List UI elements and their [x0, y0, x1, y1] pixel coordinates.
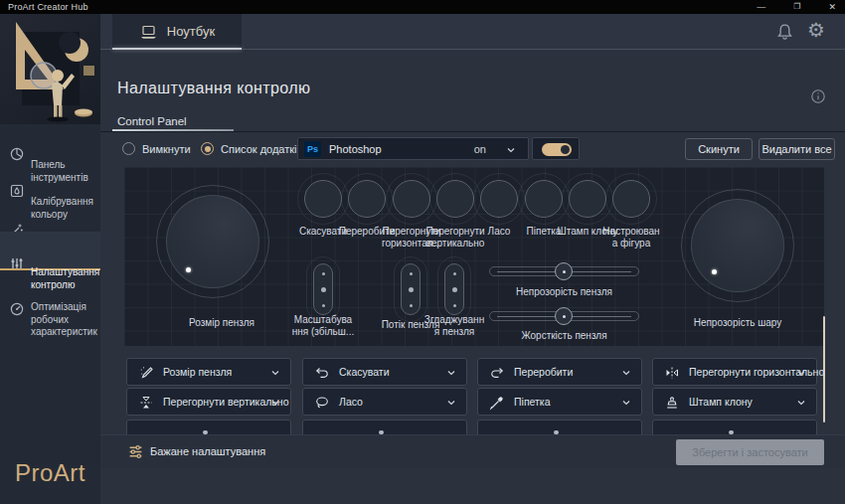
assign-select-value: Піпетка [514, 396, 551, 408]
assign-select-flip-vertical[interactable]: Перегорнути вертикально [126, 388, 291, 416]
wand-icon [9, 209, 25, 225]
page-title: Налаштування контролю [117, 80, 310, 97]
control-settings-icon [9, 243, 25, 258]
minimize-icon[interactable]: — [754, 0, 768, 14]
sidebar-item-performance[interactable]: Оптимізація робочих характеристик [0, 274, 100, 320]
settings-gear-icon[interactable]: ⚙ [807, 20, 825, 40]
sidebar-item-worksmart[interactable]: WorkSmart [0, 207, 100, 229]
right-dial-label: Непрозорість шару [678, 317, 797, 329]
hslider-brush-opacity-handle[interactable] [555, 262, 573, 280]
clone-stamp-icon [664, 395, 680, 411]
color-calibration-icon [9, 170, 25, 186]
left-dial-face [166, 195, 259, 288]
radio-app-list-label: Список додатків [221, 143, 302, 155]
active-tab-underline [112, 48, 242, 50]
window-title: ProArt Creator Hub [8, 2, 88, 12]
dial-vslider-zoom[interactable] [306, 256, 340, 322]
tab-control-panel[interactable]: Control Panel [117, 115, 187, 127]
hslider-label: Жорсткість пензля [489, 330, 639, 342]
laptop-icon [139, 24, 158, 40]
chevron-down-icon [621, 398, 631, 408]
app-select-value: Photoshop [329, 143, 382, 155]
assign-select-lasso[interactable]: Ласо [302, 388, 467, 416]
chevron-down-icon [506, 145, 516, 155]
chevron-down-icon [270, 368, 280, 378]
left-dial-label: Розмір пензля [162, 317, 281, 329]
right-dial-indicator [712, 269, 717, 274]
sidebar-item-dashboard[interactable]: Панель інструментів [0, 128, 100, 162]
dial-mapping-panel: Розмір пензля Скасувати Переробити Перег… [124, 167, 824, 346]
vslider-label: Згладжуванн я пензля [416, 314, 493, 337]
sidebar-item-control-settings[interactable]: Налаштування контролю [0, 232, 100, 270]
flip-vertical-icon [138, 395, 154, 411]
proart-artwork [0, 14, 100, 124]
undo-icon [314, 365, 330, 381]
performance-icon [9, 288, 25, 304]
chevron-down-icon [446, 368, 456, 378]
sidebar-item-color-calibration[interactable]: Калібрування кольору [0, 165, 100, 199]
main-area: Ноутбук ⚙ Налаштування контролю Control … [100, 14, 845, 504]
assign-select-value: Скасувати [339, 366, 390, 378]
assign-select-eyedropper[interactable]: Піпетка [477, 388, 642, 416]
info-icon[interactable] [810, 88, 826, 104]
delete-all-button[interactable]: Видалити все [759, 138, 835, 160]
brush-icon [138, 365, 154, 381]
chevron-down-icon [796, 368, 806, 378]
dial-button-custom-shape[interactable] [605, 173, 657, 225]
photoshop-icon: Ps [304, 141, 321, 157]
radio-disable-label: Вимкнути [142, 143, 191, 155]
toggle-on-pill [542, 143, 572, 156]
device-tabbar: Ноутбук ⚙ [100, 14, 845, 50]
preferences-label: Бажане налаштування [150, 445, 265, 457]
hslider-brush-hardness-handle[interactable] [555, 307, 573, 325]
dashboard-icon [9, 133, 25, 149]
footer-bar: Бажане налаштування Зберегти і застосува… [100, 434, 845, 468]
sidebar-item-label: Оптимізація робочих характеристик [31, 299, 100, 339]
radio-app-list[interactable] [201, 142, 214, 155]
tab-laptop[interactable]: Ноутбук [112, 14, 242, 49]
proart-logo: ProArt [15, 459, 85, 487]
sidebar: Панель інструментів Калібрування кольору… [0, 14, 100, 504]
dial-vslider-brush-flow[interactable] [394, 256, 427, 322]
assign-select-value: Розмір пензля [163, 366, 232, 378]
assign-select-value: Переробити [514, 366, 573, 378]
assign-select-redo[interactable]: Переробити [477, 358, 642, 386]
app-toggle[interactable] [532, 137, 580, 160]
toggle-knob [561, 145, 570, 154]
eyedropper-icon [489, 395, 505, 411]
reset-button[interactable]: Скинути [685, 138, 753, 160]
left-dial-indicator [186, 267, 191, 272]
assign-select-undo[interactable]: Скасувати [302, 358, 467, 386]
tab-laptop-label: Ноутбук [167, 24, 215, 39]
right-dial[interactable] [681, 189, 794, 302]
artwork-illustration [0, 14, 100, 124]
save-apply-button[interactable]: Зберегти і застосувати [676, 439, 824, 465]
right-dial-face [691, 199, 784, 292]
assign-select-flip-horizontal[interactable]: Перегорнути горизонтально [652, 358, 817, 386]
preferences-sliders-icon [127, 443, 144, 460]
dial-vslider-brush-smoothing[interactable] [437, 256, 471, 322]
maximize-icon[interactable]: ❐ [790, 0, 803, 14]
notifications-bell-icon[interactable] [775, 22, 794, 42]
chevron-down-icon [621, 368, 631, 378]
chevron-down-icon [270, 398, 280, 408]
radio-disable[interactable] [122, 142, 135, 155]
assign-select-clone-stamp[interactable]: Штамп клону [652, 388, 817, 416]
proart-creator-hub-window: ProArt Creator Hub — ❐ ✕ [0, 0, 845, 504]
dial-button-label: Настроюван а фігура [596, 226, 666, 249]
lasso-icon [314, 395, 330, 411]
left-dial[interactable] [156, 185, 269, 298]
vslider-label: Масштабува ння (збільш... [284, 314, 362, 337]
titlebar: ProArt Creator Hub — ❐ ✕ [0, 0, 845, 14]
app-state: on [474, 143, 486, 155]
chevron-down-icon [446, 398, 456, 408]
section-divider [100, 131, 845, 132]
assign-select-brush-size[interactable]: Розмір пензля [126, 358, 291, 386]
flip-horizontal-icon [664, 365, 680, 381]
hslider-label: Непрозорість пензля [489, 286, 639, 298]
redo-icon [489, 365, 505, 381]
app-select[interactable]: Ps Photoshop on [297, 137, 529, 160]
close-icon[interactable]: ✕ [825, 0, 839, 14]
assign-select-value: Ласо [339, 396, 363, 408]
assign-select-value: Штамп клону [689, 396, 753, 408]
